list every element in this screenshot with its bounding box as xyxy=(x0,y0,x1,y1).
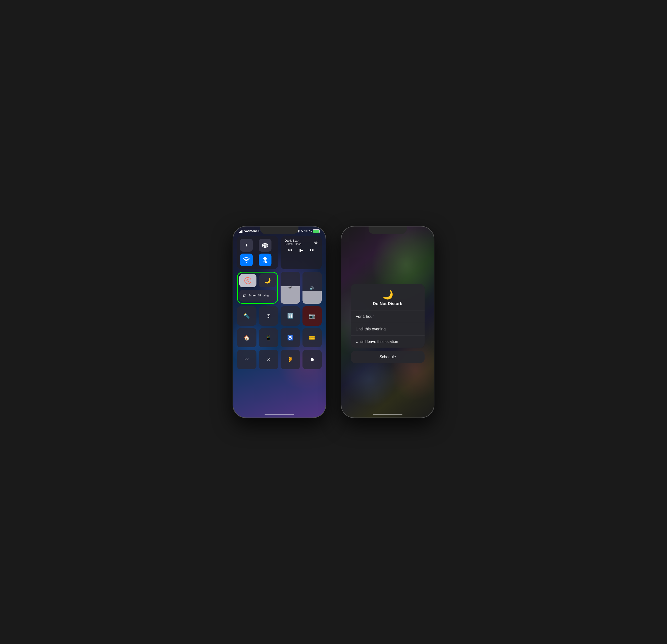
phone1-frame: vodafone UK ◎ ➤ 100% xyxy=(232,226,326,418)
cc-row3: 🔦 ⏱ 🔢 📷 xyxy=(237,306,322,326)
music-artist: Grateful Dead xyxy=(284,242,301,245)
dnd-schedule-card: Schedule xyxy=(351,351,425,363)
dnd-schedule-button[interactable]: Schedule xyxy=(351,351,425,363)
brightness-icon: ☀ xyxy=(288,285,292,291)
until-location-item[interactable]: Until I leave this location xyxy=(351,336,425,348)
cc-row5: 〰 ⏲ 👂 ⏺ xyxy=(237,350,322,369)
phone2-frame: 🌙 Do Not Disturb For 1 hour Until this e… xyxy=(341,226,435,418)
svg-line-4 xyxy=(263,260,265,262)
phone1-notch xyxy=(260,226,298,234)
music-controls: ⏮ ▶ ⏭ xyxy=(284,246,318,253)
orientation-icon xyxy=(244,277,251,284)
svg-point-1 xyxy=(263,244,267,247)
cc-content: ✈ xyxy=(233,234,326,376)
phone1-screen: vodafone UK ◎ ➤ 100% xyxy=(233,226,326,418)
dnd-moon-icon: 🌙 xyxy=(356,290,420,300)
dnd-tile[interactable]: 🌙 xyxy=(259,274,276,287)
screen-record-tile[interactable]: ⏺ xyxy=(303,350,322,369)
wifi-calling-button[interactable] xyxy=(259,239,272,252)
stopwatch-tile[interactable]: ⏲ xyxy=(259,350,278,369)
cc-top-row: ✈ xyxy=(237,236,322,269)
music-info: Dark Star Grateful Dead xyxy=(284,239,301,245)
camera-tile[interactable]: 📷 xyxy=(303,306,322,326)
status-right: ◎ ➤ 100% xyxy=(297,229,320,233)
screen-mirroring-icon: ⧉ xyxy=(243,293,246,299)
battery-fill xyxy=(313,230,319,232)
volume-icon: 🔉 xyxy=(309,285,315,290)
screen-mirroring-label: Screen Mirroring xyxy=(248,294,269,297)
cc-music-block: Dark Star Grateful Dead ⊕ ⏮ ▶ ⏭ xyxy=(281,236,322,269)
home-tile[interactable]: 🏠 xyxy=(237,328,257,348)
phone2-screen: 🌙 Do Not Disturb For 1 hour Until this e… xyxy=(341,226,434,418)
timer-tile[interactable]: ⏱ xyxy=(259,306,278,326)
dnd-header: 🌙 Do Not Disturb xyxy=(351,284,425,310)
hearing-tile[interactable]: 👂 xyxy=(281,350,300,369)
cc-connectivity-block: ✈ xyxy=(237,236,278,269)
moon-icon: 🌙 xyxy=(264,277,271,284)
phone2-home-indicator[interactable] xyxy=(373,414,403,415)
remote-tile[interactable]: 📱 xyxy=(259,328,278,348)
phone2-notch xyxy=(369,226,407,234)
accessibility-tile[interactable]: ♿ xyxy=(281,328,300,348)
prev-button[interactable]: ⏮ xyxy=(288,247,293,253)
music-top: Dark Star Grateful Dead ⊕ xyxy=(284,239,318,245)
orientation-lock-tile[interactable] xyxy=(239,274,257,287)
dnd-popup: 🌙 Do Not Disturb For 1 hour Until this e… xyxy=(351,284,425,348)
play-button[interactable]: ▶ xyxy=(299,247,303,253)
airplane-mode-button[interactable]: ✈ xyxy=(240,239,253,252)
dnd-title: Do Not Disturb xyxy=(356,301,420,306)
shazam-tile[interactable]: 〰 xyxy=(237,350,257,369)
battery-icon xyxy=(313,229,320,233)
phones-container: vodafone UK ◎ ➤ 100% xyxy=(232,226,435,418)
carrier-label: vodafone UK xyxy=(244,229,263,233)
battery-percent: 100% xyxy=(304,229,312,233)
until-evening-item[interactable]: Until this evening xyxy=(351,323,425,336)
flashlight-tile[interactable]: 🔦 xyxy=(237,306,257,326)
next-button[interactable]: ⏭ xyxy=(310,247,314,253)
music-title: Dark Star xyxy=(284,239,301,242)
cc-mid-row: 🌙 ⧉ Screen Mirroring ☀ xyxy=(237,272,322,304)
calculator-tile[interactable]: 🔢 xyxy=(281,306,300,326)
volume-slider[interactable]: 🔉 xyxy=(303,272,322,304)
cc-row4: 🏠 📱 ♿ 💳 xyxy=(237,328,322,348)
gps-icon: ➤ xyxy=(301,230,303,233)
cc-highlighted-group: 🌙 ⧉ Screen Mirroring xyxy=(237,272,278,304)
dnd-popup-container: 🌙 Do Not Disturb For 1 hour Until this e… xyxy=(351,284,425,363)
brightness-slider[interactable]: ☀ xyxy=(281,272,300,304)
for-hour-item[interactable]: For 1 hour xyxy=(351,310,425,323)
status-left: vodafone UK xyxy=(239,229,263,233)
volume-fill xyxy=(303,291,322,304)
phone1-home-indicator[interactable] xyxy=(264,414,294,415)
wifi-button[interactable] xyxy=(240,254,253,267)
svg-point-2 xyxy=(264,245,266,246)
bluetooth-button[interactable] xyxy=(259,254,272,267)
wallet-tile[interactable]: 💳 xyxy=(303,328,322,348)
screen-mirroring-tile[interactable]: ⧉ Screen Mirroring xyxy=(239,290,276,302)
airplay-icon[interactable]: ⊕ xyxy=(314,240,318,245)
signal-bars xyxy=(239,230,243,233)
